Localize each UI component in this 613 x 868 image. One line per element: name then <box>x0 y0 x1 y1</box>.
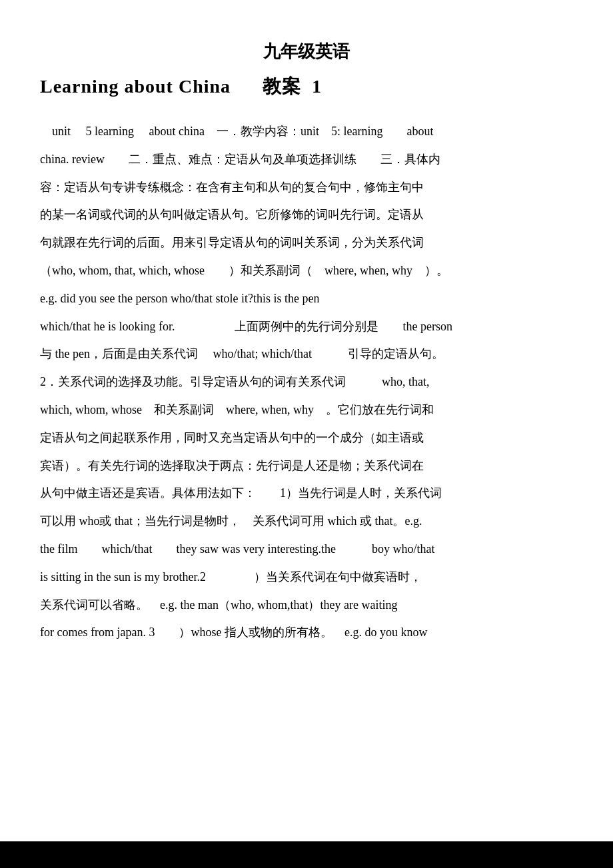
content-line-9: 与 the pen，后面是由关系代词 who/that; which/that … <box>40 342 573 367</box>
content-line-12: 定语从句之间起联系作用，同时又充当定语从句中的一个成分（如主语或 <box>40 426 573 451</box>
content-line-10: 2．关系代词的选择及功能。引导定语从句的词有关系代词 who, that, <box>40 370 573 395</box>
content-line-7: e.g. did you see the person who/that sto… <box>40 286 573 312</box>
content-line-15: 可以用 who或 that；当先行词是物时， 关系代词可用 which 或 th… <box>40 509 573 534</box>
content-body: unit 5 learning about china 一．教学内容：unit … <box>40 119 573 646</box>
content-line-4: 的某一名词或代词的从句叫做定语从句。它所修饰的词叫先行词。定语从 <box>40 203 573 228</box>
page-container: 九年级英语 Learning about China 教案 1 unit 5 l… <box>0 0 613 868</box>
content-line-11: which, whom, whose 和关系副词 where, when, wh… <box>40 398 573 423</box>
content-line-1: unit 5 learning about china 一．教学内容：unit … <box>40 119 573 145</box>
main-title: 九年级英语 <box>40 40 573 63</box>
content-line-14: 从句中做主语还是宾语。具体用法如下： 1）当先行词是人时，关系代词 <box>40 481 573 506</box>
content-line-6: （who, whom, that, which, whose ）和关系副词（ w… <box>40 258 573 284</box>
black-bar <box>0 841 613 868</box>
content-line-16: the film which/that they saw was very in… <box>40 537 573 562</box>
content-line-3: 容：定语从句专讲专练概念：在含有主句和从句的复合句中，修饰主句中 <box>40 175 573 201</box>
content-line-18: 关系代词可以省略。 e.g. the man（who, whom,that）th… <box>40 593 573 618</box>
content-line-13: 宾语）。有关先行词的选择取决于两点：先行词是人还是物；关系代词在 <box>40 454 573 479</box>
content-line-2: china. review 二．重点、难点：定语从句及单项选择训练 三．具体内 <box>40 147 573 173</box>
content-line-17: is sitting in the sun is my brother.2 ）当… <box>40 565 573 590</box>
content-line-5: 句就跟在先行词的后面。用来引导定语从句的词叫关系词，分为关系代词 <box>40 230 573 256</box>
sub-title: Learning about China 教案 1 <box>40 74 573 99</box>
content-line-8: which/that he is looking for. 上面两例中的先行词分… <box>40 314 573 340</box>
content-line-19: for comes from japan. 3 ）whose 指人或物的所有格。… <box>40 620 573 646</box>
